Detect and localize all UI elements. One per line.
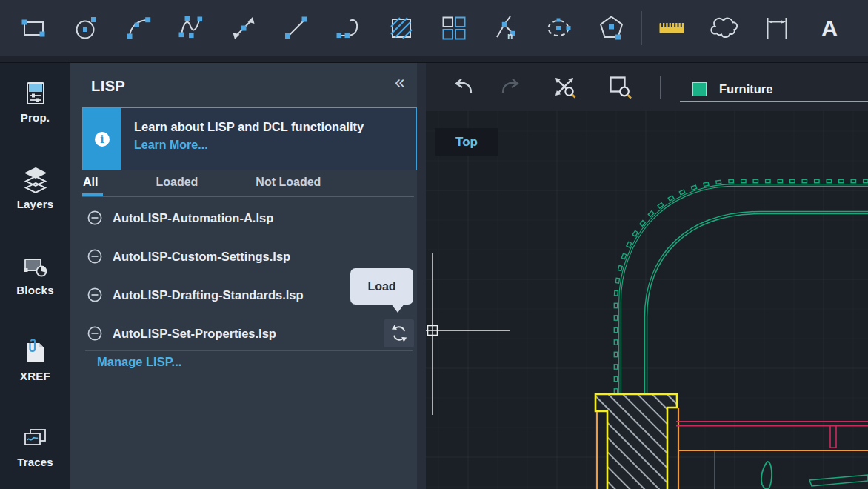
ellipse-tool-icon: [543, 12, 575, 44]
load-file-button[interactable]: [384, 319, 414, 347]
circle-tool-icon: [70, 12, 102, 44]
text-tool-button[interactable]: A: [803, 0, 855, 56]
zoom-extents-icon: [550, 72, 579, 102]
move-tool-button[interactable]: [217, 0, 270, 56]
info-icon: i: [95, 132, 110, 147]
lisp-file-name: AutoLISP-Set-Properties.lsp: [113, 327, 276, 341]
ruler-icon: [655, 12, 688, 44]
move-tool-icon: [227, 12, 260, 44]
arc-tool-button[interactable]: [112, 0, 164, 56]
refresh-icon: [389, 323, 410, 344]
view-cube-label[interactable]: Top: [435, 128, 498, 156]
polyline-tool-button[interactable]: [322, 0, 375, 56]
model-viewport[interactable]: Top: [426, 111, 868, 489]
minus-circle-icon[interactable]: [87, 248, 103, 265]
revcloud-tool-button[interactable]: [698, 0, 750, 56]
minus-circle-icon[interactable]: [87, 287, 103, 303]
tab-all[interactable]: All: [83, 176, 98, 189]
measure-tool-button[interactable]: [645, 0, 698, 56]
sidebar-item-layers[interactable]: Layers: [0, 166, 70, 240]
drawing-toolbar: n: [0, 0, 868, 63]
layer-color-swatch: [692, 82, 707, 96]
text-tool-icon: A: [813, 12, 846, 44]
lisp-file-name: AutoLISP-Drafting-Standards.lsp: [113, 288, 304, 302]
toolbar-bottom-strip: [0, 56, 868, 62]
lisp-file-row[interactable]: AutoLISP-Set-Properties.lsp: [70, 314, 417, 353]
canvas-toolbar-separator: [660, 76, 661, 99]
panel-scroll-track[interactable]: [417, 63, 426, 489]
tooltip-tail: [391, 304, 404, 313]
polyline-tool-icon: [333, 12, 365, 44]
lisp-tabs: All Loaded Not Loaded: [83, 176, 321, 189]
spline-tool-button[interactable]: [164, 0, 217, 56]
line-tool-icon: [280, 12, 313, 44]
sidebar-item-blocks[interactable]: Blocks: [0, 252, 70, 326]
line-tool-button[interactable]: [270, 0, 322, 56]
svg-text:A: A: [821, 16, 838, 40]
tab-not-loaded[interactable]: Not Loaded: [256, 176, 321, 189]
redo-button[interactable]: [495, 70, 527, 103]
polygon-tool-icon: [595, 12, 628, 44]
polygon-tool-button[interactable]: [585, 0, 638, 56]
divide-tool-button[interactable]: n: [480, 0, 533, 56]
circle-tool-button[interactable]: [59, 0, 112, 56]
layer-name: Furniture: [719, 82, 772, 96]
green-table-edge: [809, 475, 868, 486]
learn-more-link[interactable]: Learn More...: [134, 139, 364, 152]
toolbar-separator: [641, 11, 642, 45]
hatch-tool-button[interactable]: [375, 0, 427, 56]
drawing-area: Furniture: [426, 63, 868, 489]
view-label-text: Top: [455, 135, 478, 150]
app-window: n: [0, 0, 868, 489]
layer-selector[interactable]: Furniture: [684, 76, 868, 102]
info-banner: i Learn about LISP and DCL functionality…: [82, 107, 417, 170]
panel-title: LISP: [91, 78, 125, 95]
rectangle-tool-button[interactable]: [7, 0, 59, 56]
manage-separator: [85, 350, 413, 351]
drawing-canvas[interactable]: [426, 111, 868, 489]
properties-icon: [21, 79, 50, 109]
minus-circle-icon[interactable]: [87, 325, 103, 342]
undo-button[interactable]: [447, 70, 479, 103]
sidebar-item-properties[interactable]: Prop.: [0, 79, 70, 153]
canvas-toolbar: Furniture: [426, 63, 868, 111]
layer-selector-underline: [680, 101, 868, 102]
dimension-tool-button[interactable]: [750, 0, 803, 56]
blocks-icon: [21, 252, 50, 282]
banner-text: Learn about LISP and DCL functionality: [134, 120, 364, 134]
xref-icon: [21, 338, 50, 367]
info-banner-accent: i: [83, 108, 121, 170]
layers-icon: [21, 166, 50, 196]
active-tab-indicator: [82, 193, 103, 196]
sidebar-item-xref[interactable]: XREF: [0, 338, 70, 412]
plant-leaf: [761, 462, 772, 489]
svg-text:n: n: [507, 31, 513, 41]
green-polyline-inner: [646, 213, 868, 393]
array-tool-icon: [438, 12, 470, 44]
palette-sidebar: Prop. Layers Blocks: [0, 63, 70, 489]
zoom-extents-button[interactable]: [548, 70, 581, 103]
hatched-wall-column: [595, 394, 677, 489]
load-tooltip: Load: [350, 268, 413, 305]
tab-loaded[interactable]: Loaded: [156, 176, 198, 189]
spline-tool-icon: [175, 12, 207, 44]
zoom-window-button[interactable]: [604, 70, 636, 103]
manage-lisp-link[interactable]: Manage LISP...: [97, 355, 181, 369]
zoom-window-icon: [605, 72, 635, 102]
undo-icon: [448, 72, 478, 102]
lisp-file-name: AutoLISP-Automation-A.lsp: [113, 211, 273, 225]
collapse-panel-button[interactable]: «: [395, 72, 403, 93]
traces-icon: [21, 424, 50, 453]
load-tooltip-text: Load: [367, 280, 395, 293]
lisp-panel: LISP « i Learn about LISP and DCL functi…: [70, 63, 426, 489]
hatch-tool-icon: [385, 12, 418, 44]
tabs-separator: [82, 196, 414, 197]
revision-cloud-icon: [708, 12, 741, 44]
ellipse-tool-button[interactable]: [533, 0, 585, 56]
array-tool-button[interactable]: [427, 0, 480, 56]
minus-circle-icon[interactable]: [87, 210, 103, 226]
lisp-file-row[interactable]: AutoLISP-Automation-A.lsp: [70, 199, 417, 237]
lisp-file-name: AutoLISP-Custom-Settings.lsp: [113, 250, 290, 264]
dimension-icon: [761, 12, 793, 44]
sidebar-item-traces[interactable]: Traces: [0, 424, 70, 489]
